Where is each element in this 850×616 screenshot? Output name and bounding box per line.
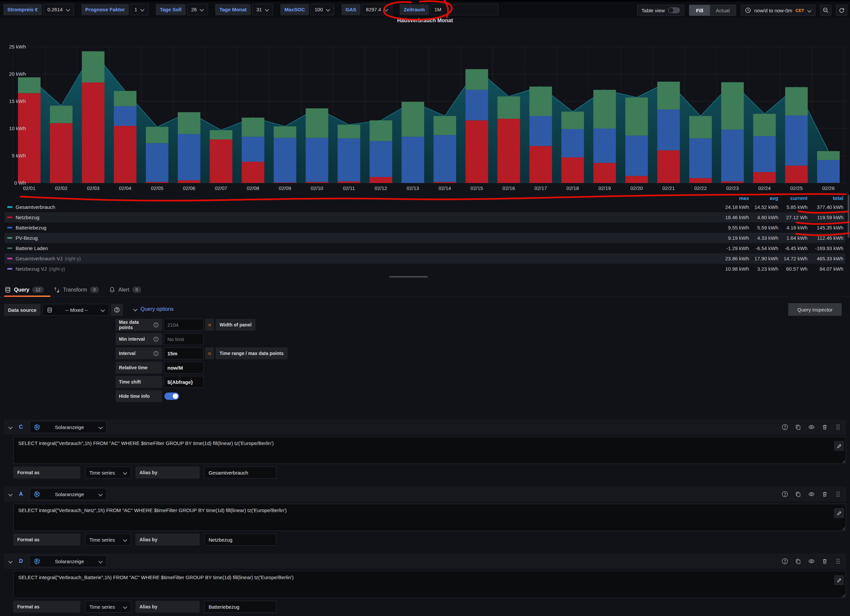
datasource-select[interactable]: -- Mixed -- [42, 304, 109, 316]
time-range-picker[interactable]: now/d to now-0m CET [741, 4, 816, 16]
zoom-out-button[interactable] [820, 4, 831, 16]
series-name[interactable]: Batteriebezug [16, 225, 46, 230]
series-color-swatch [7, 206, 12, 208]
query-ref-id: D [18, 558, 24, 564]
query-datasource-select[interactable]: Solaranzeige [30, 488, 106, 500]
option-toggle-on[interactable] [165, 393, 179, 400]
format-as-select[interactable]: Time series [85, 534, 131, 546]
legend-row: Gesamtverbrauch 24.18 kWh 14.52 kWh 5.85… [4, 202, 846, 212]
datasource-help-button[interactable] [111, 304, 123, 316]
collapse-chevron-icon[interactable] [9, 560, 12, 563]
query-option-row: Min interval No limit [115, 333, 288, 345]
edit-query-button[interactable] [834, 575, 844, 585]
chevron-down-icon [123, 606, 127, 609]
legend-col-max[interactable]: max [724, 195, 754, 201]
equals-chip: = [205, 319, 214, 331]
query-inspector-button[interactable]: Query inspector [788, 303, 842, 316]
query-sql-textarea[interactable]: SELECT integral("Verbrauch_Batterie",1h)… [13, 571, 846, 598]
series-max: 10.98 kWh [724, 266, 754, 272]
svg-text:0 Wh: 0 Wh [14, 180, 26, 185]
edit-query-button[interactable] [834, 508, 844, 518]
variable-value-dropdown[interactable]: 0.2614 [43, 4, 74, 15]
edit-query-button[interactable] [834, 441, 844, 451]
eye-icon[interactable] [808, 424, 815, 431]
legend-col-avg[interactable]: avg [754, 195, 783, 201]
variable-value-dropdown[interactable]: 31 [252, 4, 273, 15]
series-name[interactable]: Batterie Laden [16, 245, 48, 251]
legend-col-total[interactable]: total [812, 195, 846, 201]
query-row-actions [781, 491, 841, 498]
series-name[interactable]: Netzbezug [16, 215, 39, 220]
series-color-swatch [7, 217, 12, 218]
tab-alert[interactable]: Alert 0 [109, 283, 141, 297]
alias-by-input[interactable]: Netzbezug [204, 534, 276, 546]
query-row-header[interactable]: A Solaranzeige [4, 486, 846, 502]
duplicate-icon[interactable] [795, 424, 802, 431]
option-input[interactable]: now/M [164, 362, 204, 374]
resize-corner[interactable] [841, 526, 845, 530]
trash-icon[interactable] [822, 558, 828, 565]
fill-actual-segmented: Fill Actual [689, 4, 736, 16]
fill-button[interactable]: Fill [689, 5, 710, 16]
variable-value-dropdown[interactable]: 8297.4 [362, 4, 393, 15]
drag-handle-icon[interactable] [835, 491, 841, 498]
alias-by-input[interactable]: Gesamtverbrauch [204, 466, 276, 478]
variable-value-dropdown[interactable]: 100 [310, 4, 334, 15]
variable-value-dropdown[interactable]: 1M [430, 4, 498, 15]
resize-corner[interactable] [841, 593, 845, 597]
eye-icon[interactable] [808, 558, 815, 565]
series-name[interactable]: Gesamtverbrauch [16, 204, 55, 210]
duplicate-icon[interactable] [795, 491, 802, 498]
query-options-header[interactable]: Query options [133, 306, 174, 312]
series-name[interactable]: Gesamtverbrauch VJ [16, 256, 63, 261]
variable-label: Strompreis € [3, 4, 42, 15]
drag-handle-icon[interactable] [835, 558, 841, 565]
trash-icon[interactable] [822, 424, 828, 431]
series-max: 9.19 kWh [724, 235, 754, 241]
table-view-toggle[interactable]: Table view [637, 4, 684, 16]
legend-row: PV-Bezug 9.19 kWh 4.33 kWh 1.64 kWh 112.… [4, 233, 846, 243]
refresh-button[interactable] [836, 4, 847, 16]
legend-col-current[interactable]: current [783, 195, 812, 201]
query-row-header[interactable]: D Solaranzeige [4, 553, 846, 569]
query-sql-textarea[interactable]: SELECT integral("Verbrauch",1h) FROM "AC… [13, 437, 846, 464]
trash-icon[interactable] [822, 491, 828, 498]
help-icon[interactable] [781, 491, 788, 498]
format-as-select[interactable]: Time series [85, 601, 131, 613]
alias-by-input[interactable]: Batteriebezug [204, 601, 276, 613]
table-view-label: Table view [641, 7, 664, 13]
eye-icon[interactable] [808, 491, 815, 498]
series-max: 24.18 kWh [724, 204, 754, 210]
actual-button[interactable]: Actual [710, 5, 736, 16]
legend-scrollbar[interactable] [848, 194, 849, 238]
series-current: -6.45 kWh [783, 245, 812, 251]
info-icon [153, 322, 159, 328]
query-sql-textarea[interactable]: SELECT integral("Verbrauch_Netz",1h) FRO… [13, 504, 846, 531]
option-input[interactable]: 15m [164, 347, 204, 359]
table-view-switch[interactable] [668, 7, 680, 13]
drag-handle-icon[interactable] [835, 424, 841, 431]
tab-transform[interactable]: Transform 0 [54, 283, 99, 297]
series-name[interactable]: Netzbezug VJ [16, 266, 46, 272]
query-datasource-select[interactable]: Solaranzeige [30, 421, 106, 433]
query-datasource-select[interactable]: Solaranzeige [30, 555, 106, 567]
query-row-header[interactable]: C Solaranzeige [4, 419, 846, 435]
option-input[interactable]: ${Abfrage} [164, 376, 204, 388]
help-icon[interactable] [781, 558, 788, 565]
format-as-value: Time series [89, 470, 115, 475]
option-input[interactable]: No limit [164, 333, 204, 345]
variable-value-dropdown[interactable]: 1 [130, 4, 148, 15]
option-input[interactable]: 2104 [164, 319, 204, 331]
series-name[interactable]: PV-Bezug [16, 235, 38, 241]
tab-query[interactable]: Query 12 [4, 283, 44, 297]
help-icon[interactable] [781, 424, 788, 431]
collapse-chevron-icon[interactable] [9, 493, 12, 496]
format-as-select[interactable]: Time series [85, 466, 131, 478]
resize-corner[interactable] [841, 459, 845, 463]
duplicate-icon[interactable] [795, 558, 802, 565]
svg-text:02/07: 02/07 [215, 185, 227, 191]
pane-resize-handle[interactable] [389, 276, 428, 278]
collapse-chevron-icon[interactable] [9, 426, 12, 429]
variable-label: Tage Monat [215, 4, 250, 15]
variable-value-dropdown[interactable]: 26 [187, 4, 208, 15]
